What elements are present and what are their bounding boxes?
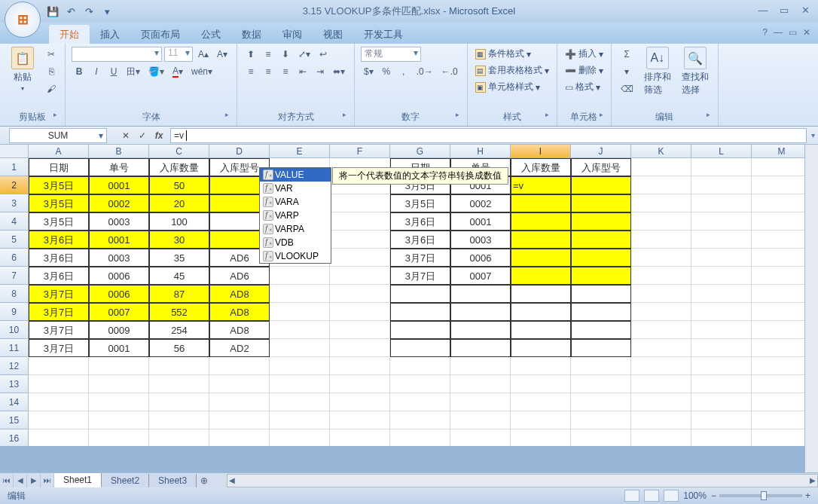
cell[interactable] (29, 357, 89, 375)
cell[interactable]: 0006 (450, 249, 511, 267)
cell[interactable]: 3月7日 (29, 339, 89, 357)
cell[interactable]: 20 (149, 194, 209, 212)
save-icon[interactable]: 💾 (45, 4, 60, 19)
last-sheet-icon[interactable]: ⏭ (41, 474, 54, 487)
font-size-combo[interactable]: 11 (164, 47, 193, 62)
cell[interactable]: 254 (149, 321, 209, 339)
cell[interactable]: AD6 (209, 267, 270, 285)
cell[interactable] (89, 357, 149, 375)
cell[interactable] (149, 375, 209, 393)
cell[interactable] (209, 375, 270, 393)
cell[interactable] (390, 357, 450, 375)
cell[interactable] (631, 375, 691, 393)
cell[interactable] (571, 321, 631, 339)
horizontal-scrollbar[interactable]: ◀▶ (227, 474, 818, 487)
sheet-tab[interactable]: Sheet3 (149, 474, 197, 487)
find-select-button[interactable]: 🔍查找和 选择 (679, 47, 712, 96)
cell[interactable] (752, 375, 812, 393)
row-header[interactable]: 13 (0, 375, 29, 393)
italic-button[interactable]: I (89, 64, 104, 79)
cell[interactable]: 0001 (89, 339, 149, 357)
align-top-icon[interactable]: ⬆ (243, 47, 258, 62)
cell[interactable] (270, 375, 330, 393)
cut-icon[interactable]: ✂ (44, 47, 59, 62)
cell[interactable]: AD2 (209, 339, 270, 357)
cell[interactable] (631, 267, 691, 285)
cell[interactable]: 552 (149, 303, 209, 321)
column-header[interactable]: M (752, 145, 812, 158)
cell[interactable] (29, 411, 89, 429)
cell[interactable] (511, 212, 571, 231)
cell[interactable]: 单号 (89, 158, 149, 176)
paste-button[interactable]: 📋粘贴▾ (6, 47, 39, 92)
office-button[interactable]: ⊞ (5, 2, 41, 38)
cancel-formula-icon[interactable]: ✕ (118, 128, 134, 143)
zoom-level[interactable]: 100% (683, 490, 707, 501)
cell[interactable] (330, 357, 390, 375)
cell[interactable] (752, 267, 812, 285)
font-color-button[interactable]: A▾ (169, 64, 186, 79)
cell[interactable] (450, 339, 511, 357)
doc-minimize[interactable]: — (774, 27, 783, 38)
sort-filter-button[interactable]: A↓排序和 筛选 (641, 47, 674, 96)
cell[interactable] (571, 429, 631, 446)
cell[interactable] (691, 212, 752, 231)
column-header[interactable]: I (511, 145, 571, 158)
merge-center-icon[interactable]: ⬌▾ (330, 64, 348, 79)
cell[interactable] (330, 411, 390, 429)
cell[interactable]: 0007 (450, 267, 511, 285)
normal-view-button[interactable] (624, 490, 639, 502)
cell[interactable] (511, 303, 571, 321)
worksheet-grid[interactable]: ABCDEFGHIJKLM 12345678910111213141516 日期… (0, 145, 818, 446)
align-middle-icon[interactable]: ≡ (261, 47, 276, 62)
cell[interactable] (511, 393, 571, 411)
cell[interactable]: 87 (149, 285, 209, 303)
cell[interactable]: 0006 (89, 267, 149, 285)
cell[interactable] (390, 429, 450, 446)
insert-function-icon[interactable]: fx (151, 128, 167, 143)
cell[interactable] (631, 393, 691, 411)
number-format-combo[interactable]: 常规 (361, 47, 421, 62)
cell[interactable] (752, 303, 812, 321)
column-header[interactable]: F (330, 145, 390, 158)
row-headers[interactable]: 12345678910111213141516 (0, 158, 29, 446)
row-header[interactable]: 8 (0, 285, 29, 303)
zoom-slider[interactable] (719, 494, 802, 497)
cell[interactable]: 3月6日 (390, 212, 450, 231)
cell[interactable] (752, 321, 812, 339)
cell[interactable] (631, 194, 691, 212)
cell[interactable] (571, 212, 631, 231)
column-header[interactable]: J (571, 145, 631, 158)
cell[interactable] (209, 429, 270, 446)
cell[interactable] (390, 285, 450, 303)
name-box[interactable]: SUM (9, 128, 107, 143)
page-break-view-button[interactable] (664, 490, 679, 502)
cell[interactable] (571, 249, 631, 267)
cell[interactable]: 35 (149, 249, 209, 267)
cell[interactable] (270, 339, 330, 357)
wrap-text-icon[interactable]: ↩ (316, 47, 331, 62)
cell[interactable]: 0001 (89, 176, 149, 194)
cell[interactable]: 3月7日 (29, 303, 89, 321)
cell[interactable] (330, 393, 390, 411)
insert-sheet-icon[interactable]: ⊕ (197, 473, 212, 488)
autocomplete-item[interactable]: VARP (260, 209, 331, 222)
cell[interactable] (450, 321, 511, 339)
cell[interactable] (752, 158, 812, 176)
prev-sheet-icon[interactable]: ◀ (14, 474, 27, 487)
cell[interactable] (390, 339, 450, 357)
cell[interactable]: 3月7日 (29, 321, 89, 339)
column-header[interactable]: B (89, 145, 149, 158)
cell[interactable] (691, 411, 752, 429)
cell[interactable] (691, 393, 752, 411)
comma-icon[interactable]: , (396, 64, 411, 79)
column-header[interactable]: A (29, 145, 89, 158)
select-all-button[interactable] (0, 145, 29, 158)
autocomplete-item[interactable]: VARPA (260, 222, 331, 236)
cell[interactable] (631, 411, 691, 429)
cell[interactable]: 0002 (89, 194, 149, 212)
cell[interactable] (631, 357, 691, 375)
conditional-format-button[interactable]: ▦条件格式 ▾ (474, 47, 533, 61)
cell[interactable] (691, 158, 752, 176)
cell[interactable]: AD8 (209, 303, 270, 321)
